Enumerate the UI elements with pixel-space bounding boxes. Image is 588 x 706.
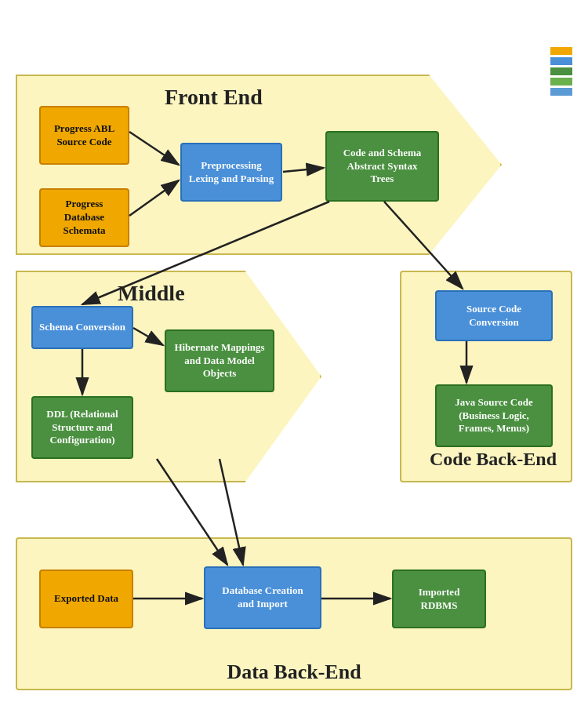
hibernate-box: Hibernate Mappingsand Data ModelObjects bbox=[165, 329, 274, 392]
progress-abl-box: Progress ABLSource Code bbox=[39, 106, 129, 165]
java-source-box: Java Source Code(Business Logic,Frames, … bbox=[435, 384, 553, 447]
middle-label: Middle bbox=[118, 281, 185, 306]
data-backend-label: Data Back-End bbox=[0, 661, 588, 684]
imported-rdbms-box: ImportedRDBMS bbox=[392, 570, 486, 628]
legend-orange bbox=[550, 47, 572, 55]
preprocessing-box: PreprocessingLexing and Parsing bbox=[180, 143, 282, 202]
code-backend-label: Code Back-End bbox=[430, 449, 557, 470]
diagram-container: Front End Progress ABLSource Code Progre… bbox=[0, 0, 588, 706]
legend-light-green bbox=[550, 78, 572, 86]
ddl-box: DDL (RelationalStructure andConfiguratio… bbox=[31, 396, 133, 459]
db-creation-box: Database Creationand Import bbox=[204, 566, 321, 629]
legend-dark-green bbox=[550, 67, 572, 75]
schema-conversion-box: Schema Conversion bbox=[31, 306, 133, 349]
legend bbox=[550, 47, 572, 96]
progress-db-box: ProgressDatabaseSchemata bbox=[39, 188, 129, 247]
code-schema-box: Code and SchemaAbstract SyntaxTrees bbox=[325, 131, 439, 202]
legend-blue bbox=[550, 57, 572, 65]
source-code-conversion-box: Source CodeConversion bbox=[435, 290, 553, 341]
legend-light-blue bbox=[550, 88, 572, 96]
front-end-label: Front End bbox=[165, 85, 263, 110]
exported-data-box: Exported Data bbox=[39, 570, 133, 628]
